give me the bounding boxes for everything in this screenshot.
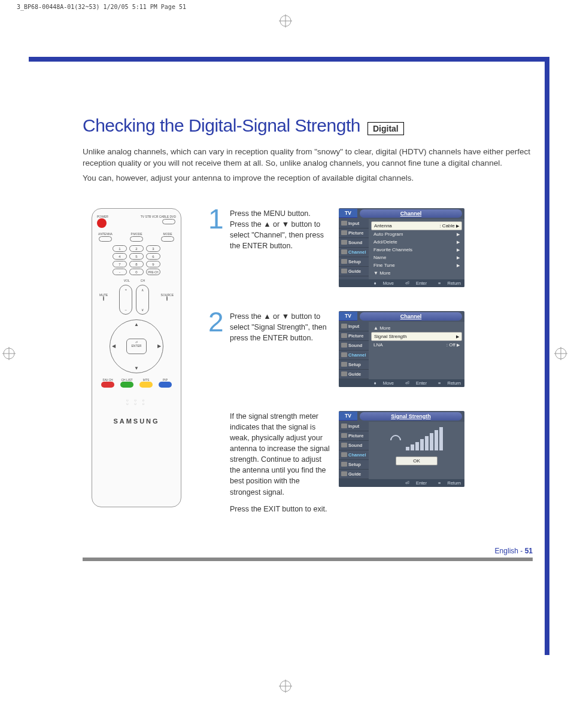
osd-row: ▼ More [371,269,462,277]
brand-logo: SAMSUNG [97,418,176,425]
crop-mark-top [0,14,571,28]
osd-row: Auto Program ▶ [371,230,462,238]
intro-text: Unlike analog channels, which can vary i… [83,147,533,184]
step-2: 2 Press the ▲ or ▼ button to select "Sig… [208,311,533,387]
osd-row: Name ▶ [371,254,462,261]
page-title: Checking the Digital-Signal Strength [83,115,360,136]
ok-button: OK [396,456,438,465]
crop-mark-right [554,347,569,361]
power-icon [97,218,107,228]
osd-row: Add/Delete ▶ [371,238,462,246]
crop-mark-left [2,347,17,361]
crop-mark-bottom [0,679,571,693]
osd-signal-strength: TV Signal Strength Input Picture Sound C… [339,411,464,487]
osd-row: Fine Tune ▶ [371,261,462,269]
dpad: ⏎ENTER ▲ ▼ ◀ ▶ [110,319,163,373]
print-header: 3_BP68-00448A-01(32~53) 1/20/05 5:11 PM … [0,0,571,14]
osd-channel-menu-1: TV Channel Input Picture Sound Channel S… [339,208,464,287]
osd-row: Favorite Channels ▶ [371,246,462,254]
osd-row: ▲ More [371,324,462,332]
step-1: 1 Press the MENU button. Press the ▲ or … [208,208,533,287]
osd-row: LNA: Off ▶ [371,341,462,349]
remote-illustration: POWER TV STB VCR CABLE DVD ANTENNA P.MOD… [92,208,181,507]
page-footer: English - 51 [83,544,533,561]
dish-icon [388,432,403,447]
osd-row: Antenna: Cable ▶ [371,221,462,230]
signal-bars-icon [371,424,462,454]
digital-badge: Digital [367,122,404,135]
page-frame: Checking the Digital-Signal Strength Dig… [29,57,549,655]
osd-channel-menu-2: TV Channel Input Picture Sound Channel S… [339,311,464,387]
step-3: If the signal strength meter indicates t… [208,411,533,520]
osd-row: Signal Strength ▶ [371,332,462,341]
mute-icon [103,296,104,301]
